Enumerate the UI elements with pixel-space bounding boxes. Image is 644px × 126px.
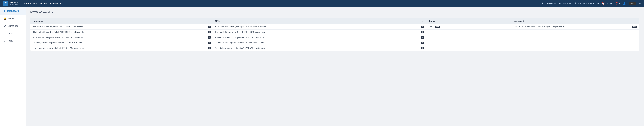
help-button[interactable]: ❓ ▾ — [615, 2, 620, 5]
cell-url: 04ojk3etn2os5qhff1zvysitd8xpo1622458210.… — [213, 24, 426, 30]
status-value: 407 — [428, 26, 432, 28]
grid-button[interactable]: ⊞ — [639, 2, 642, 5]
topnav-actions: ⬆ ☰ History ▼ Filter Sets ⏱ Refresh Inte… — [542, 2, 642, 5]
cell-status — [426, 45, 512, 51]
filter-icon: ▼ — [559, 2, 561, 5]
useragent-col-label: Useragent — [514, 20, 524, 22]
sidebar: ⊞ Dashboard 🔔 Alerts 🛡 Signatures 🖥 Host… — [0, 7, 26, 126]
cell-hostname: 1zxe8rsbaiwssozbrxejdtqtg8pxt1622457124.… — [30, 45, 213, 51]
user-badge[interactable]: User — [629, 2, 636, 5]
refresh-interval-label: Refresh Interval — [578, 2, 592, 5]
http-info-table-panel: Hostname ⋮ URL ⋮ Status — [30, 17, 640, 51]
table-row: 0llu0gtqt6o3ifvxacwteuz4zhahf1622446624.… — [30, 30, 639, 35]
history-label: History — [549, 2, 556, 5]
col-header-useragent: Useragent — [512, 18, 639, 24]
sidebar-label-policy: Policy — [7, 39, 13, 42]
hostname-value: 1zxe8rsbaiwssozbrxejdtqtg8pxt1622457124.… — [33, 47, 206, 49]
url-col-label: URL — [215, 20, 220, 22]
cell-status — [426, 40, 512, 45]
cell-status: 407102 — [426, 24, 512, 30]
cell-useragent — [512, 45, 639, 51]
hostname-value: 0llu0gtqt6o3ifvxacwteuz4zhahf1622446624.… — [33, 31, 206, 33]
url-value: 1zxe8rsbaiwssozbrxejdtqtg8pxt1622457124.… — [215, 47, 419, 49]
logo: STAM VS STAMUS NETWORKS — [2, 1, 19, 6]
cell-status — [426, 35, 512, 40]
cell-url: 0llu0gtqt6o3ifvxacwteuz4zhahf1622446624.… — [213, 30, 426, 35]
sidebar-label-dashboard: Dashboard — [7, 10, 19, 12]
cell-url: 1zxe8rsbaiwssozbrxejdtqtg8pxt1622457124.… — [213, 45, 426, 51]
sidebar-label-signatures: Signatures — [8, 25, 18, 27]
cell-status — [426, 30, 512, 35]
http-info-table: Hostname ⋮ URL ⋮ Status — [30, 18, 639, 51]
url-count-badge: 1 — [421, 47, 424, 49]
sidebar-label-hosts: Hosts — [8, 32, 13, 34]
last-6h-button[interactable]: ⏰ Last 6h — [602, 2, 612, 5]
hostname-count-badge: 1 — [208, 26, 211, 28]
sidebar-item-policy[interactable]: ▽ Policy — [0, 37, 26, 44]
hostname-count-badge: 1 — [208, 47, 211, 49]
chevron-down-icon-help: ▾ — [619, 3, 620, 4]
sidebar-item-signatures[interactable]: 🛡 Signatures — [0, 22, 26, 30]
table-header-row: Hostname ⋮ URL ⋮ Status — [30, 18, 639, 24]
hostname-count-badge: 1 — [208, 42, 211, 44]
col-header-hostname: Hostname ⋮ — [30, 18, 213, 24]
logo-subtext: NETWORKS — [10, 4, 19, 5]
table-row: 0uthkhs9cil8ptmdvj1jdixqsmda01622452416.… — [30, 35, 639, 40]
hostname-value: 04ojk3etn2os5qhff1zvysitd8xpo1622458210.… — [33, 26, 206, 28]
status-badge: 102 — [435, 26, 440, 28]
col-header-status: Status — [426, 18, 512, 24]
upload-icon: ⬆ — [542, 2, 544, 5]
cell-useragent: Mozilla/5.0 (Windows NT 10.0; Win64; x64… — [512, 24, 639, 30]
svg-text:VS: VS — [4, 3, 5, 5]
url-count-badge: 1 — [421, 26, 424, 28]
upload-button[interactable]: ⬆ — [542, 2, 544, 5]
cell-url: 0uthkhs9cil8ptmdvj1jdixqsmda01622452416.… — [213, 35, 426, 40]
sidebar-label-alerts: Alerts — [8, 17, 14, 20]
top-navigation: STAM VS STAMUS NETWORKS Stamus NDR / Hun… — [0, 0, 644, 7]
sidebar-item-alerts[interactable]: 🔔 Alerts — [0, 15, 26, 22]
signatures-icon: 🛡 — [4, 24, 6, 27]
url-col-menu-icon[interactable]: ⋮ — [420, 19, 424, 22]
url-value: 11hnoulyc36oqmgfnljiqqsdshsed1622459296.… — [215, 42, 419, 44]
hostname-count-badge: 1 — [208, 31, 211, 33]
url-value: 0uthkhs9cil8ptmdvj1jdixqsmda01622452416.… — [215, 36, 419, 39]
hostname-value: 0uthkhs9cil8ptmdvj1jdixqsmda01622452416.… — [33, 36, 206, 39]
status-col-label: Status — [428, 20, 435, 22]
hosts-icon: 🖥 — [4, 32, 6, 35]
url-value: 04ojk3etn2os5qhff1zvysitd8xpo1622458210.… — [215, 26, 419, 28]
cell-useragent — [512, 30, 639, 35]
dashboard-icon: ⊞ — [4, 9, 6, 12]
sidebar-item-dashboard[interactable]: ⊞ Dashboard — [0, 7, 26, 15]
user-menu-button[interactable]: 👤 — [623, 2, 626, 5]
url-count-badge: 1 — [421, 42, 424, 44]
grid-icon: ⊞ — [639, 2, 642, 5]
svg-text:STAM: STAM — [4, 1, 8, 3]
hostname-count-badge: 1 — [208, 36, 211, 39]
sidebar-item-hosts[interactable]: 🖥 Hosts — [0, 30, 26, 37]
useragent-value: Mozilla/5.0 (Windows NT 10.0; Win64; x64… — [514, 26, 631, 28]
refresh-interval-button[interactable]: ⏱ Refresh Interval ▾ — [574, 2, 594, 5]
col-header-url: URL ⋮ — [213, 18, 426, 24]
history-button[interactable]: ☰ History — [546, 2, 556, 5]
stamus-logo-icon: STAM VS — [2, 1, 8, 6]
url-value: 0llu0gtqt6o3ifvxacwteuz4zhahf1622446624.… — [215, 31, 419, 33]
history-icon: ☰ — [546, 2, 548, 5]
last-6h-label: Last 6h — [606, 2, 612, 5]
user-icon: 👤 — [623, 2, 626, 5]
hostname-col-menu-icon[interactable]: ⋮ — [207, 19, 211, 22]
chevron-down-icon: ▾ — [593, 3, 594, 4]
section-title: HTTP information — [30, 11, 640, 14]
url-count-badge: 1 — [421, 31, 424, 33]
refresh-button[interactable]: ↻ — [597, 2, 599, 5]
help-icon: ❓ — [615, 2, 618, 5]
cell-hostname: 0uthkhs9cil8ptmdvj1jdixqsmda01622452416.… — [30, 35, 213, 40]
filter-sets-label: Filter Sets — [562, 2, 571, 5]
clock-icon: ⏱ — [574, 2, 577, 5]
logo-text: STAMUS — [10, 1, 19, 4]
hostname-col-label: Hostname — [33, 20, 43, 22]
main-layout: ⊞ Dashboard 🔔 Alerts 🛡 Signatures 🖥 Host… — [0, 7, 644, 126]
filter-sets-button[interactable]: ▼ Filter Sets — [559, 2, 571, 5]
time-icon: ⏰ — [602, 2, 605, 5]
main-content: HTTP information Hostname ⋮ URL — [26, 7, 644, 126]
table-row: 11hnoulyc36oqmgfnljiqqsdshsed1622459296.… — [30, 40, 639, 45]
